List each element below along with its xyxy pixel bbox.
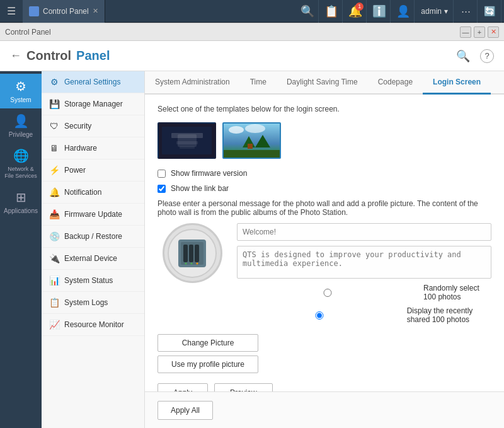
system-logs-icon: 📋 <box>49 298 59 308</box>
svg-rect-17 <box>195 245 199 262</box>
sidebar-item-system[interactable]: ⚙ System <box>0 74 42 108</box>
secondary-item-storage-manager[interactable]: 💾 Storage Manager <box>42 93 144 115</box>
window-close-button[interactable]: ✕ <box>488 26 499 38</box>
tab-close-icon[interactable]: ✕ <box>93 7 98 15</box>
template-thumb-photo[interactable] <box>222 122 281 159</box>
recent-photos-radio-row: Display the recently shared 100 photos <box>237 306 491 324</box>
secondary-item-storage-manager-label: Storage Manager <box>64 100 123 108</box>
taskbar-menu-button[interactable]: ☰ <box>0 0 23 23</box>
apply-button[interactable]: Apply <box>158 383 208 391</box>
secondary-item-resource-monitor[interactable]: 📈 Resource Monitor <box>42 314 144 336</box>
sidebar-item-network[interactable]: 🌐 Network &File Services <box>0 143 42 185</box>
tab-system-administration[interactable]: System Administration <box>145 71 240 95</box>
random-photos-radio[interactable] <box>237 289 418 297</box>
admin-dropdown-icon: ▾ <box>444 7 448 16</box>
taskbar-tab-controlpanel[interactable]: Control Panel ✕ <box>23 0 105 23</box>
show-link-bar-row: Show the link bar <box>158 184 491 193</box>
window-frame: Control Panel — + ✕ <box>0 23 504 41</box>
secondary-item-general-settings[interactable]: ⚙ General Settings <box>42 71 144 93</box>
security-icon: 🛡 <box>49 121 59 131</box>
personal-message-input[interactable] <box>237 246 491 279</box>
taskbar-refresh-icon[interactable]: 🔄 <box>479 0 501 23</box>
svg-rect-10 <box>248 144 253 149</box>
taskbar-more-icon[interactable]: ⋯ <box>455 0 478 23</box>
cp-search-icon[interactable]: 🔍 <box>456 49 470 63</box>
tab-daylight-saving[interactable]: Daylight Saving Time <box>277 71 368 95</box>
secondary-item-security[interactable]: 🛡 Security <box>42 115 144 137</box>
sidebar-item-applications-label: Applications <box>4 207 38 214</box>
random-photos-radio-row: Randomly select 100 photos <box>237 284 491 301</box>
taskbar-right-icons: 🔍 📋 🔔1 ℹ️ 👤 admin ▾ ⋯ 🔄 <box>296 0 504 23</box>
section-description: Select one of the templates below for th… <box>158 105 491 113</box>
secondary-item-system-status[interactable]: 📊 System Status <box>42 270 144 292</box>
welcome-message-input[interactable] <box>237 223 491 241</box>
content-body: Select one of the templates below for th… <box>145 95 504 391</box>
secondary-item-notification[interactable]: 🔔 Notification <box>42 182 144 204</box>
random-photos-label: Randomly select 100 photos <box>423 284 491 301</box>
secondary-item-notification-label: Notification <box>64 188 101 197</box>
svg-rect-4 <box>180 146 195 149</box>
window-title-bar: Control Panel — + ✕ <box>0 23 504 41</box>
change-picture-button[interactable]: Change Picture <box>158 334 258 352</box>
secondary-item-external-device-label: External Device <box>64 254 117 263</box>
storage-manager-icon: 💾 <box>49 99 59 109</box>
window-maximize-button[interactable]: + <box>474 26 485 38</box>
taskbar-admin-button[interactable]: admin ▾ <box>416 0 454 23</box>
secondary-item-system-logs[interactable]: 📋 System Logs <box>42 292 144 314</box>
backup-restore-icon: 💿 <box>49 231 59 241</box>
cp-header: ← ControlPanel 🔍 ? <box>0 41 504 71</box>
sidebar-item-privilege[interactable]: 👤 Privilege <box>0 108 42 143</box>
secondary-item-system-logs-label: System Logs <box>64 298 108 307</box>
firmware-update-icon: 📥 <box>49 209 59 219</box>
profile-image <box>163 223 222 283</box>
secondary-item-external-device[interactable]: 🔌 External Device <box>42 248 144 270</box>
secondary-item-hardware[interactable]: 🖥 Hardware <box>42 137 144 159</box>
show-firmware-checkbox[interactable] <box>158 170 166 178</box>
preview-button[interactable]: Preview <box>214 383 273 391</box>
taskbar-info-icon[interactable]: ℹ️ <box>368 0 391 23</box>
tab-codepage[interactable]: Codepage <box>368 71 423 95</box>
photo-template-svg <box>224 124 280 158</box>
notification-badge-count: 1 <box>355 3 364 11</box>
dark-template-svg <box>159 124 215 158</box>
cp-title-panel: Panel <box>76 49 110 63</box>
svg-point-20 <box>197 262 198 264</box>
taskbar-notification-icon[interactable]: 🔔1 <box>344 0 367 23</box>
show-firmware-label: Show firmware version <box>171 169 247 178</box>
tab-login-screen[interactable]: Login Screen <box>423 71 491 95</box>
footer-bar: Apply All <box>145 391 504 428</box>
recent-photos-radio[interactable] <box>237 311 402 320</box>
secondary-item-power-label: Power <box>64 166 86 175</box>
svg-point-19 <box>191 262 193 264</box>
window-minimize-button[interactable]: — <box>460 26 471 38</box>
secondary-item-backup-restore[interactable]: 💿 Backup / Restore <box>42 226 144 248</box>
taskbar-apps-icon[interactable]: 📋 <box>320 0 343 23</box>
secondary-item-firmware-update-label: Firmware Update <box>64 210 122 219</box>
back-arrow-icon[interactable]: ← <box>10 49 21 62</box>
apply-all-button[interactable]: Apply All <box>158 401 213 420</box>
template-thumb-dark[interactable] <box>158 122 216 159</box>
use-profile-picture-button[interactable]: Use my profile picture <box>158 356 258 373</box>
tab-time[interactable]: Time <box>240 71 277 95</box>
show-link-bar-checkbox[interactable] <box>158 185 166 193</box>
tab-app-icon <box>29 6 39 16</box>
recent-photos-label: Display the recently shared 100 photos <box>407 306 491 324</box>
template-list <box>158 122 491 159</box>
secondary-item-hardware-label: Hardware <box>64 144 97 153</box>
secondary-item-general-settings-label: General Settings <box>64 78 120 86</box>
template-photo-background <box>224 124 280 158</box>
cp-help-icon[interactable]: ? <box>480 49 494 63</box>
notification-icon: 🔔 <box>49 187 59 197</box>
resource-monitor-icon: 📈 <box>49 320 59 330</box>
secondary-item-firmware-update[interactable]: 📥 Firmware Update <box>42 204 144 226</box>
taskbar-search-icon[interactable]: 🔍 <box>296 0 319 23</box>
secondary-item-power[interactable]: ⚡ Power <box>42 159 144 182</box>
sidebar-item-system-label: System <box>10 96 31 103</box>
svg-rect-15 <box>183 245 188 262</box>
main-layout: ⚙ System 👤 Privilege 🌐 Network &File Ser… <box>0 71 504 428</box>
tabs-bar: System Administration Time Daylight Savi… <box>145 71 504 95</box>
external-device-icon: 🔌 <box>49 253 59 263</box>
photo-wall-section: Randomly select 100 photos Display the r… <box>158 223 491 324</box>
taskbar-user-icon[interactable]: 👤 <box>392 0 415 23</box>
sidebar-item-applications[interactable]: ⊞ Applications <box>0 185 42 219</box>
